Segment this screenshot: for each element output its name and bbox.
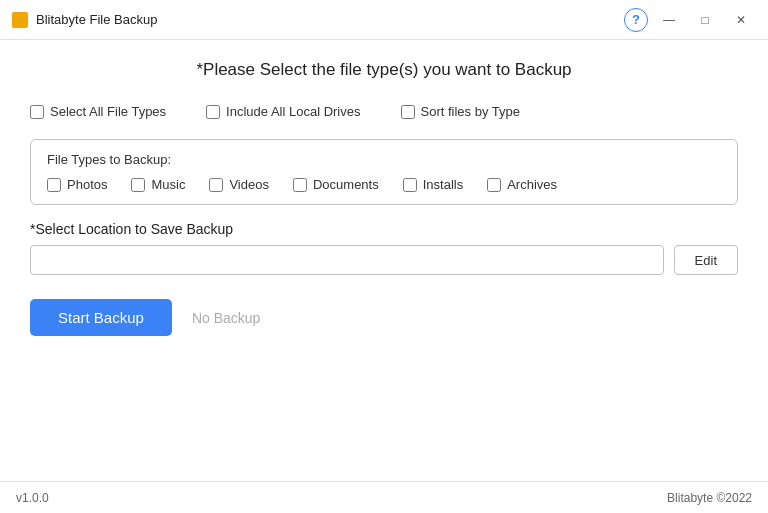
title-bar: Blitabyte File Backup ? — □ ✕ (0, 0, 768, 40)
checkbox-include-local[interactable]: Include All Local Drives (206, 104, 360, 119)
checkbox-archives-label: Archives (507, 177, 557, 192)
footer-version: v1.0.0 (16, 491, 49, 505)
checkbox-sort-type-label: Sort files by Type (421, 104, 520, 119)
checkbox-include-local-input[interactable] (206, 105, 220, 119)
minimize-button[interactable]: — (654, 8, 684, 32)
checkbox-videos[interactable]: Videos (209, 177, 269, 192)
checkbox-photos-input[interactable] (47, 178, 61, 192)
checkbox-select-all[interactable]: Select All File Types (30, 104, 166, 119)
maximize-button[interactable]: □ (690, 8, 720, 32)
checkbox-music-input[interactable] (131, 178, 145, 192)
checkbox-documents[interactable]: Documents (293, 177, 379, 192)
title-bar-left: Blitabyte File Backup (12, 12, 157, 28)
checkbox-sort-type[interactable]: Sort files by Type (401, 104, 520, 119)
app-title: Blitabyte File Backup (36, 12, 157, 27)
checkbox-select-all-label: Select All File Types (50, 104, 166, 119)
checkbox-installs[interactable]: Installs (403, 177, 463, 192)
file-types-checkboxes: Photos Music Videos Documents Installs A… (47, 177, 721, 192)
main-content: *Please Select the file type(s) you want… (0, 40, 768, 481)
start-backup-button[interactable]: Start Backup (30, 299, 172, 336)
help-button[interactable]: ? (624, 8, 648, 32)
footer-copyright: Blitabyte ©2022 (667, 491, 752, 505)
footer: v1.0.0 Blitabyte ©2022 (0, 481, 768, 513)
top-checkboxes: Select All File Types Include All Local … (30, 100, 738, 123)
checkbox-include-local-label: Include All Local Drives (226, 104, 360, 119)
checkbox-installs-input[interactable] (403, 178, 417, 192)
close-button[interactable]: ✕ (726, 8, 756, 32)
edit-button[interactable]: Edit (674, 245, 738, 275)
checkbox-sort-type-input[interactable] (401, 105, 415, 119)
checkbox-documents-input[interactable] (293, 178, 307, 192)
file-types-box: File Types to Backup: Photos Music Video… (30, 139, 738, 205)
checkbox-music-label: Music (151, 177, 185, 192)
location-label: *Select Location to Save Backup (30, 221, 738, 237)
location-input[interactable] (30, 245, 664, 275)
checkbox-music[interactable]: Music (131, 177, 185, 192)
location-section: *Select Location to Save Backup Edit (30, 221, 738, 275)
checkbox-archives[interactable]: Archives (487, 177, 557, 192)
checkbox-archives-input[interactable] (487, 178, 501, 192)
checkbox-photos-label: Photos (67, 177, 107, 192)
checkbox-installs-label: Installs (423, 177, 463, 192)
action-row: Start Backup No Backup (30, 299, 738, 336)
no-backup-text: No Backup (192, 310, 260, 326)
checkbox-videos-label: Videos (229, 177, 269, 192)
checkbox-photos[interactable]: Photos (47, 177, 107, 192)
location-row: Edit (30, 245, 738, 275)
page-title: *Please Select the file type(s) you want… (30, 60, 738, 80)
checkbox-documents-label: Documents (313, 177, 379, 192)
checkbox-videos-input[interactable] (209, 178, 223, 192)
file-types-label: File Types to Backup: (47, 152, 721, 167)
app-icon (12, 12, 28, 28)
checkbox-select-all-input[interactable] (30, 105, 44, 119)
